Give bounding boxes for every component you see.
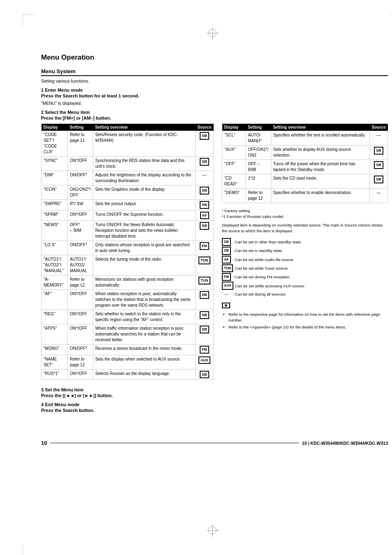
footnotes: * Factory setting *1 Function of Russian… [222,208,388,234]
main-table: Display Setting Setting overview Source … [41,124,214,380]
table-row: "CD READ"1*/2Sets the CD read mode.SB [222,174,388,189]
table-row: "DEMO"Refer to page 12Specifies whether … [222,189,388,203]
legend-item: AUXCan be set while accessing AUX source… [222,282,388,289]
r-col-overview: Setting overview [271,124,369,131]
col-overview: Setting overview [93,124,195,131]
table-row: "REG"ON*/OFFSets whether to switch to th… [42,310,214,324]
section-desc: Setting various functions. [41,79,388,83]
table-row: "RUS*1"ON*/OFFSelects Russian as the dis… [42,369,214,380]
legend-item: AF: Can be set while Audio file source. [222,256,388,264]
step2-sub: Press the [FM+] or [AM–] button. [41,116,388,120]
table-row: "A-MEMORY"Refer to page 12Memorizes six … [42,275,214,290]
step3-heading: 3 Set the Menu item [41,387,214,392]
table-row: "OFF"OFF – 60MTurns off the power when t… [222,160,388,174]
table-row: "CODE SET"/ "CODE CLR"Refer to page 11Se… [42,131,214,157]
table-row: "NAME SET"Refer to page 12Sets the displ… [42,355,214,369]
source-legend: SB: Can be set in other than standby sta… [222,238,388,298]
combine-icon-note: ⊕ [222,303,388,308]
step4-sub: Press the Search button. [41,408,214,413]
col-source: Source [196,124,214,131]
step4-heading: 4 Exit Menu mode [41,402,214,407]
table-row: "DIM"ON/OFF*Adjusts the brightness of th… [42,171,214,185]
crosshair-top [208,29,217,37]
section-title: Menu System [41,68,388,76]
table-row: "AUTO1"/ "AUTO2"/ "MANUAL"AUTO1*/ AUTO2/… [42,255,214,275]
table-row: "SCL"AUTO/ MANU*Specifies whether the te… [222,131,388,146]
corner-mark-bl [23,545,35,555]
legend-item: —: Can be set during all sources. [222,291,388,298]
table-row: "MONO"ON/OFF*Receives a stereo broadcast… [42,345,214,355]
legend-item: SB: Can be set in standby state. [222,247,388,254]
bullet-item: Refer to the <Appendix> (page 13) for th… [228,324,388,330]
step1-heading: 1 Enter Menu mode [41,88,388,92]
table-row: "SYNC"ON*/OFFSynchronizing the RDS stati… [42,157,214,171]
r-col-source: Source [370,124,388,131]
legend-item: SB: Can be set in other than standby sta… [222,238,388,246]
page-footer: 10 10 | KDC-W3544W/KDC-W3044/KDC-W313 [41,440,388,446]
table-row: "ICON"ON1/ON2*/ OFFSets the Graphics mod… [42,185,214,200]
col-display: Display [42,124,68,131]
step2-heading: 2 Select the Menu item [41,110,388,115]
bullet-item: Refer to the respective page for informa… [228,312,388,324]
legend-item: FM: Can be set during FM reception. [222,273,388,281]
crosshair-bottom [208,526,217,534]
table-row: "SPRM"ON*/OFFTurns ON/OFF the Supreme fu… [42,210,214,221]
legend-item: TUNCan be set while Tuner source. [222,264,388,272]
page-title: Menu Operation [41,53,388,62]
r-col-setting: Setting [246,124,271,131]
table-row: "ATPS"ON*/OFFWhen traffic information st… [42,324,214,345]
step1-sub: Press the Search button for at least 1 s… [41,93,388,98]
step1-note: "MENU" is displayed. [41,101,388,106]
bullets-list: Refer to the respective page for informa… [222,312,388,331]
table-row: "AUX"OFF/ON1*/ ON2Sets whether to displa… [222,146,388,160]
table-row: "NEWS"OFF* – 90MTurns ON/OFF the News Bu… [42,221,214,241]
r-col-display: Display [222,124,246,131]
footer-text: 10 | KDC-W3544W/KDC-W3044/KDC-W313 [302,441,388,446]
table-row: "LO.S"ON/OFF*Only stations whose recepti… [42,241,214,255]
step3-sub: Press the [|◄◄] or [►►|] button. [41,393,214,398]
col-setting: Setting [68,124,93,131]
corner-mark-tl [23,14,35,27]
table-row: "AF"ON*/OFFWhen station reception is poo… [42,290,214,310]
corner-mark-br [390,545,392,555]
table-row: "SWPRE"R*/ SWSets the preout output.SB [42,200,214,210]
corner-mark-tr [390,14,392,27]
right-table: Display Setting Setting overview Source … [222,124,388,203]
